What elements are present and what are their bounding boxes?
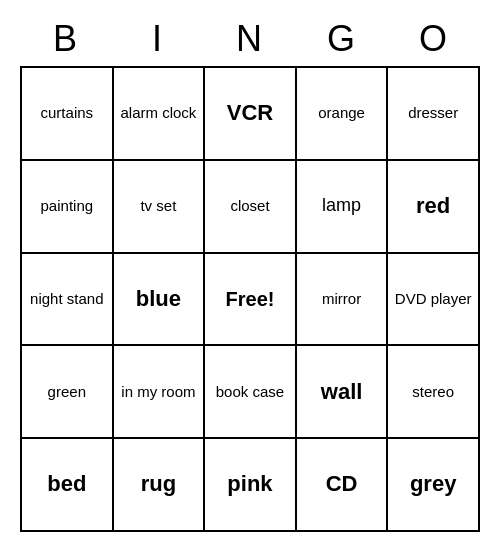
cell-1-3: lamp [297,161,389,254]
cell-1-2: closet [205,161,297,254]
cell-0-3: orange [297,68,389,161]
cell-4-2: pink [205,439,297,532]
cell-2-2: Free! [205,254,297,347]
cell-2-0: night stand [22,254,114,347]
cell-4-4: grey [388,439,480,532]
cell-0-0: curtains [22,68,114,161]
bingo-row-1: paintingtv setclosetlampred [22,161,480,254]
cell-4-0: bed [22,439,114,532]
cell-0-4: dresser [388,68,480,161]
bingo-grid: curtainsalarm clockVCRorangedresserpaint… [20,66,480,532]
header-letter-G: G [296,12,388,66]
bingo-row-3: greenin my roombook casewallstereo [22,346,480,439]
bingo-card: BINGO curtainsalarm clockVCRorangedresse… [20,12,480,532]
cell-2-1: blue [114,254,206,347]
header-letter-B: B [20,12,112,66]
cell-4-1: rug [114,439,206,532]
cell-1-0: painting [22,161,114,254]
header-letter-O: O [388,12,480,66]
bingo-row-0: curtainsalarm clockVCRorangedresser [22,68,480,161]
cell-3-2: book case [205,346,297,439]
cell-3-1: in my room [114,346,206,439]
cell-1-4: red [388,161,480,254]
cell-1-1: tv set [114,161,206,254]
cell-2-3: mirror [297,254,389,347]
cell-4-3: CD [297,439,389,532]
bingo-row-4: bedrugpinkCDgrey [22,439,480,532]
cell-0-2: VCR [205,68,297,161]
cell-2-4: DVD player [388,254,480,347]
cell-0-1: alarm clock [114,68,206,161]
header-letter-N: N [204,12,296,66]
bingo-header: BINGO [20,12,480,66]
cell-3-3: wall [297,346,389,439]
header-letter-I: I [112,12,204,66]
bingo-row-2: night standblueFree!mirrorDVD player [22,254,480,347]
cell-3-0: green [22,346,114,439]
cell-3-4: stereo [388,346,480,439]
